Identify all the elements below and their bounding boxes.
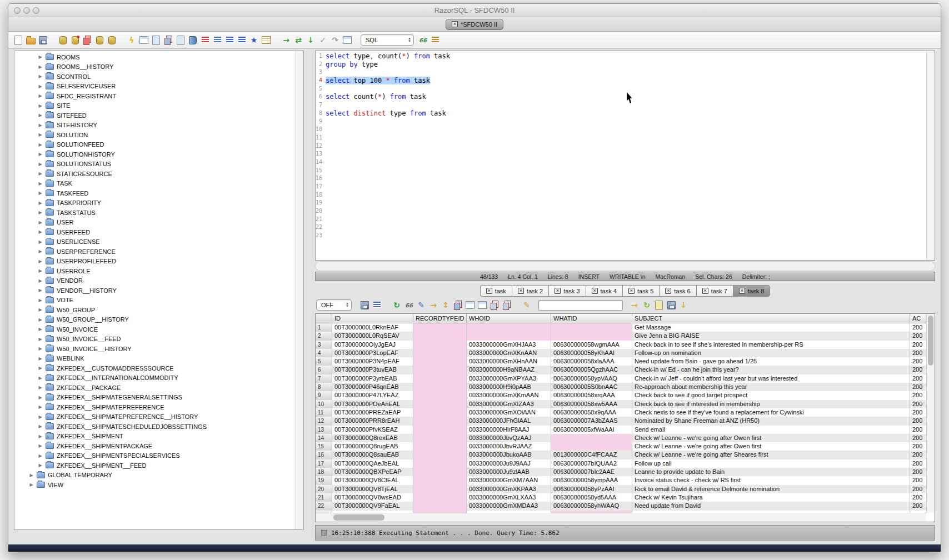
- table-row[interactable]: 500T3000000P3N4pEAF0033000000GmXHnAAN006…: [316, 357, 926, 366]
- table-cell[interactable]: 00T3000000Q8rexEAB: [332, 434, 413, 442]
- results-table[interactable]: IDRECORDTYPEIDWHOIDWHATIDSUBJECTAC100T30…: [315, 313, 935, 522]
- table-row[interactable]: 1500T3000000Q8rugEAB0033000000JbvRJAAZCh…: [316, 442, 926, 451]
- disclosure-triangle-icon[interactable]: ▶: [38, 93, 43, 98]
- document-tab[interactable]: × *SFDCW50 II: [446, 19, 503, 30]
- disclosure-triangle-icon[interactable]: ▶: [38, 366, 43, 371]
- table-cell[interactable]: 00T3000000QBXPeEAP: [332, 468, 413, 476]
- table-row[interactable]: 700T3000000P3yrbEAB0033000000GmXPYAA3006…: [316, 374, 926, 383]
- table-cell[interactable]: 00T3000000QAeJbEAL: [332, 459, 413, 468]
- disclosure-triangle-icon[interactable]: ▶: [38, 259, 43, 264]
- tree-item[interactable]: ▶USER: [14, 218, 294, 228]
- table-cell[interactable]: [413, 408, 467, 417]
- table-cell[interactable]: 200: [910, 391, 926, 399]
- disclosure-triangle-icon[interactable]: ▶: [38, 249, 43, 254]
- refresh-results-icon[interactable]: ↻: [391, 299, 402, 311]
- table-row[interactable]: 900T3000000P47LYEAZ0033000000GmXKmAAN006…: [316, 391, 926, 399]
- table-row[interactable]: 800T3000000P46qnEAB0033000000H9i0pAAB006…: [316, 383, 926, 391]
- disclosure-triangle-icon[interactable]: ▶: [38, 443, 43, 448]
- table-cell[interactable]: [413, 391, 467, 399]
- row-limit-select[interactable]: OFF ▲▼: [316, 299, 352, 311]
- table-cell[interactable]: 00T3000000PRR8rEAH: [332, 417, 413, 425]
- table-cell[interactable]: 0033000000JbukoAAB: [467, 451, 551, 459]
- table-cell[interactable]: 00T3000000QV8CfEAL: [332, 476, 413, 484]
- tree-item[interactable]: ▶ZKFEDEX__SHIPMENTSPECIALSERVICES: [14, 451, 294, 461]
- object-list-icon[interactable]: [199, 34, 211, 46]
- table-cell[interactable]: [413, 468, 467, 476]
- table-cell[interactable]: Need update from Bain - gave go ahead 1/…: [632, 357, 910, 366]
- panel-left-icon[interactable]: [464, 299, 476, 311]
- table-cell[interactable]: 006300000058yhWAAQ: [551, 502, 632, 510]
- table-row[interactable]: 200T3000000L0RqSEAVGive Jenn a BIG RAISE…: [316, 332, 926, 340]
- table-cell[interactable]: 0033000000GmXKmAAN: [467, 391, 551, 399]
- table-cell[interactable]: 00T3000000Q8rugEAB: [332, 442, 413, 451]
- table-cell[interactable]: 00T3000000QV8wsEAD: [332, 493, 413, 502]
- table-cell[interactable]: 200: [910, 366, 926, 374]
- tree-item[interactable]: ▶W50_INVOICE__FEED: [14, 334, 294, 344]
- tree-item[interactable]: ▶SCONTROL: [14, 72, 294, 82]
- table-cell[interactable]: 00T3000000QV8TjEAL: [332, 485, 413, 493]
- tree-item[interactable]: ▶WEBLINK: [14, 354, 294, 364]
- disclosure-triangle-icon[interactable]: ▶: [38, 376, 43, 381]
- schema-sidebar[interactable]: ▶ROOMS▶ROOMS__HISTORY▶SCONTROL▶SELFSERVI…: [14, 51, 304, 530]
- tree-item[interactable]: ▶SOLUTIONSTATUS: [14, 159, 294, 169]
- table-row[interactable]: 100T3000000L0RknEAFGet Massage200: [316, 323, 926, 332]
- table-row[interactable]: 1100T3000000PREZaEAP0033000000GmXOiAAN00…: [316, 408, 926, 417]
- tree-item[interactable]: ▶ROOMS__HISTORY: [14, 62, 294, 72]
- table-cell[interactable]: Check back to see if good target prospec…: [632, 391, 910, 399]
- disclosure-triangle-icon[interactable]: ▶: [38, 453, 43, 458]
- table-cell[interactable]: 00630000005S0bnAAC: [551, 383, 632, 391]
- table-cell[interactable]: [413, 451, 467, 459]
- editor-hscrollbar[interactable]: [315, 261, 935, 271]
- table-cell[interactable]: 200: [910, 417, 926, 425]
- disclosure-triangle-icon[interactable]: ▶: [38, 191, 43, 196]
- table-cell[interactable]: 0033000000GmXLXAA3: [467, 493, 551, 502]
- tree-item[interactable]: ▶ZKFEDEX__SHIPMENT: [14, 432, 294, 442]
- table-cell[interactable]: 00T3000000P47LYEAZ: [332, 391, 413, 399]
- tree-item[interactable]: ▶USERLICENSE: [14, 237, 294, 247]
- table-header-cell[interactable]: WHATID: [551, 314, 632, 323]
- editor-line[interactable]: 1select type, count(*) from task: [316, 52, 926, 61]
- table-cell[interactable]: 006300000058yKhAAI: [551, 349, 632, 357]
- table-cell[interactable]: [413, 426, 467, 434]
- tree-item[interactable]: ▶SITEFEED: [14, 111, 294, 121]
- table-cell[interactable]: 0033000000Ju9J9AAJ: [467, 459, 551, 468]
- download-column-icon[interactable]: ↓: [678, 299, 689, 311]
- table-cell[interactable]: 00T3000000P3LopEAF: [332, 349, 413, 357]
- table-cell[interactable]: 00T3000000Q8sauEAB: [332, 451, 413, 459]
- disclosure-triangle-icon[interactable]: ▶: [38, 162, 43, 167]
- disclosure-triangle-icon[interactable]: ▶: [38, 317, 43, 322]
- table-cell[interactable]: [413, 323, 467, 332]
- disconnect-db-icon[interactable]: [69, 34, 81, 46]
- table-cell[interactable]: [413, 366, 467, 374]
- disclosure-triangle-icon[interactable]: ▶: [38, 152, 43, 157]
- result-tab[interactable]: ×task 4: [586, 285, 622, 297]
- table-cell[interactable]: Check nexis to see if they've found a re…: [632, 408, 910, 417]
- table-cell[interactable]: Get Massage: [632, 323, 910, 332]
- tree-item[interactable]: ▶TASK: [14, 179, 294, 189]
- table-cell[interactable]: [413, 341, 467, 349]
- table-cell[interactable]: Follow up call: [632, 459, 910, 468]
- close-tab-icon[interactable]: ×: [702, 288, 708, 294]
- table-cell[interactable]: 00T3000000PfvKSEAZ: [332, 426, 413, 434]
- disclosure-triangle-icon[interactable]: ▶: [38, 395, 43, 400]
- result-tab[interactable]: ×task 3: [548, 285, 585, 297]
- table-row[interactable]: 1700T3000000QAeJbEAL0033000000Ju9J9AAJ00…: [316, 459, 926, 468]
- stop-square-icon[interactable]: [321, 530, 327, 536]
- rollback-icon[interactable]: ↷: [329, 34, 341, 46]
- table-cell[interactable]: 200: [910, 493, 926, 502]
- zoom-window-button[interactable]: [33, 7, 39, 14]
- disclosure-triangle-icon[interactable]: ▶: [38, 385, 43, 390]
- tree-item[interactable]: ▶VOTE: [14, 296, 294, 306]
- tree-item[interactable]: ▶ROOMS: [14, 52, 294, 62]
- panel-top-icon[interactable]: [477, 299, 488, 311]
- duplicate-row-icon[interactable]: ↕: [440, 299, 451, 311]
- close-window-button[interactable]: [14, 7, 21, 14]
- align-columns-icon[interactable]: [224, 34, 235, 46]
- execute-sql-icon[interactable]: ϟ: [126, 34, 137, 46]
- fetch-results-icon[interactable]: ↓: [305, 34, 316, 46]
- table-cell[interactable]: [551, 434, 632, 442]
- table-row[interactable]: 1400T3000000Q8rexEAB0033000000JbvQzAAJCh…: [316, 434, 926, 442]
- title-bar[interactable]: RazorSQL - SFDCW50 II: [8, 4, 941, 17]
- disclosure-triangle-icon[interactable]: ▶: [38, 74, 43, 79]
- table-cell[interactable]: 00630000005QgzhAAC: [551, 366, 632, 374]
